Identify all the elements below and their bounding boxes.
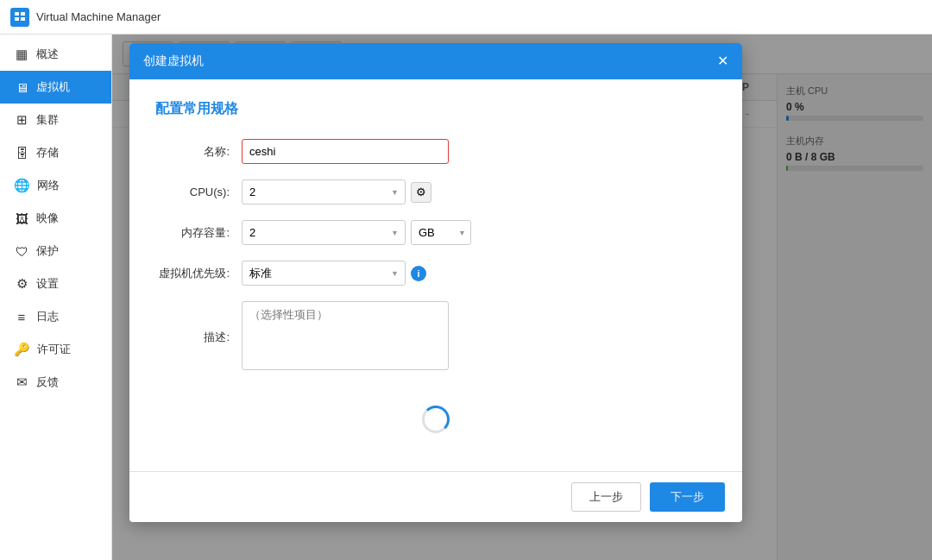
create-vm-dialog: 创建虚拟机 ✕ 配置常用规格 名称: CPU(s):	[129, 43, 742, 522]
protection-icon: 🛡	[14, 244, 29, 259]
vm-icon: 🖥	[14, 80, 29, 95]
license-icon: 🔑	[14, 342, 30, 357]
memory-field-wrap: 1 2 4 8 MB GB	[242, 220, 449, 245]
sidebar-item-license[interactable]: 🔑 许可证	[0, 333, 111, 366]
dialog-header: 创建虚拟机 ✕	[129, 43, 742, 79]
storage-icon: 🗄	[14, 146, 29, 160]
dialog-close-button[interactable]: ✕	[717, 54, 728, 68]
desc-field-wrap	[242, 301, 449, 373]
priority-select-container: 低 标准 高	[242, 261, 406, 286]
main-area: 新增 ▼ 连接 ▼ 操作 ▼ 开机 ▼ High Availability ▼	[112, 35, 932, 560]
prev-button[interactable]: 上一步	[571, 482, 641, 512]
memory-unit-container: MB GB	[411, 220, 471, 245]
memory-select-container: 1 2 4 8	[242, 220, 406, 245]
network-icon: 🌐	[14, 178, 30, 193]
priority-select-wrap: 低 标准 高 i	[242, 261, 449, 286]
sidebar-label-protection: 保护	[36, 243, 59, 259]
sidebar-item-vm[interactable]: 🖥 虚拟机	[0, 71, 111, 104]
cpu-field-wrap: 1 2 4 8 ⚙	[242, 179, 449, 204]
section-title: 配置常用规格	[155, 100, 716, 118]
spinner-area	[155, 388, 716, 450]
dialog-overlay: 创建虚拟机 ✕ 配置常用规格 名称: CPU(s):	[112, 35, 932, 560]
cpu-label-field: CPU(s):	[155, 186, 242, 198]
settings-icon: ⚙	[14, 276, 29, 292]
app-title: Virtual Machine Manager	[36, 10, 161, 23]
sidebar: ▦ 概述 🖥 虚拟机 ⊞ 集群 🗄 存储 🌐 网络 🖼 映像 🛡 保护 ⚙	[0, 35, 112, 560]
cpu-select-wrap: 1 2 4 8 ⚙	[242, 179, 449, 204]
sidebar-item-settings[interactable]: ⚙ 设置	[0, 267, 111, 300]
app-body: ▦ 概述 🖥 虚拟机 ⊞ 集群 🗄 存储 🌐 网络 🖼 映像 🛡 保护 ⚙	[0, 35, 932, 560]
sidebar-label-log: 日志	[36, 309, 59, 324]
sidebar-label-storage: 存储	[36, 145, 59, 160]
sidebar-item-network[interactable]: 🌐 网络	[0, 169, 111, 202]
overview-icon: ▦	[14, 47, 29, 62]
memory-label-field: 内存容量:	[155, 225, 242, 241]
cpu-select[interactable]: 1 2 4 8	[242, 179, 406, 204]
sidebar-label-image: 映像	[36, 211, 59, 226]
sidebar-item-image[interactable]: 🖼 映像	[0, 202, 111, 235]
sidebar-item-overview[interactable]: ▦ 概述	[0, 38, 111, 71]
sidebar-item-feedback[interactable]: ✉ 反馈	[0, 366, 111, 399]
name-input[interactable]	[242, 139, 449, 164]
sidebar-item-cluster[interactable]: ⊞ 集群	[0, 104, 111, 136]
sidebar-label-overview: 概述	[36, 47, 59, 62]
priority-label-field: 虚拟机优先级:	[155, 266, 242, 281]
priority-field-row: 虚拟机优先级: 低 标准 高 i	[155, 261, 716, 286]
memory-field-row: 内存容量: 1 2 4 8	[155, 220, 716, 245]
sidebar-item-log[interactable]: ≡ 日志	[0, 300, 111, 333]
desc-textarea[interactable]	[242, 301, 449, 370]
dialog-title: 创建虚拟机	[143, 53, 204, 69]
next-button[interactable]: 下一步	[650, 482, 725, 512]
desc-label-field: 描述:	[155, 330, 242, 345]
priority-info-icon[interactable]: i	[411, 266, 426, 281]
svg-rect-1	[21, 12, 25, 16]
memory-select[interactable]: 1 2 4 8	[242, 220, 406, 245]
loading-spinner	[422, 406, 450, 433]
name-label: 名称:	[155, 144, 242, 160]
image-icon: 🖼	[14, 211, 29, 226]
svg-rect-3	[21, 17, 25, 21]
sidebar-label-feedback: 反馈	[36, 374, 59, 390]
cpu-field-row: CPU(s): 1 2 4 8	[155, 179, 716, 204]
svg-rect-0	[15, 12, 19, 16]
log-icon: ≡	[14, 310, 29, 324]
priority-field-wrap: 低 标准 高 i	[242, 261, 449, 286]
name-field-wrap	[242, 139, 449, 164]
sidebar-label-settings: 设置	[36, 276, 59, 292]
memory-unit-select[interactable]: MB GB	[411, 220, 471, 245]
cpu-select-container: 1 2 4 8	[242, 179, 406, 204]
sidebar-label-license: 许可证	[37, 342, 71, 357]
sidebar-item-protection[interactable]: 🛡 保护	[0, 235, 111, 267]
name-field-row: 名称:	[155, 139, 716, 164]
priority-select[interactable]: 低 标准 高	[242, 261, 406, 286]
sidebar-label-network: 网络	[37, 178, 60, 193]
dialog-footer: 上一步 下一步	[129, 471, 742, 522]
app-icon	[10, 8, 29, 27]
cluster-icon: ⊞	[14, 112, 29, 128]
sidebar-label-cluster: 集群	[36, 112, 59, 128]
desc-field-row: 描述:	[155, 301, 716, 373]
sidebar-item-storage[interactable]: 🗄 存储	[0, 136, 111, 169]
feedback-icon: ✉	[14, 374, 29, 390]
svg-rect-2	[15, 17, 19, 21]
titlebar: Virtual Machine Manager	[0, 0, 932, 35]
dialog-body: 配置常用规格 名称: CPU(s):	[129, 79, 742, 471]
cpu-gear-icon[interactable]: ⚙	[411, 182, 431, 203]
memory-row: 1 2 4 8 MB GB	[242, 220, 449, 245]
sidebar-label-vm: 虚拟机	[36, 79, 70, 95]
